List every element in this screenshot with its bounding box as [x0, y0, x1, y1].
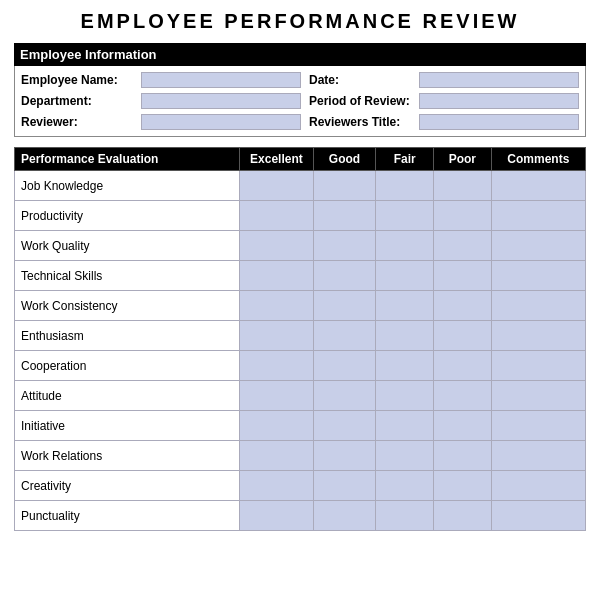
excellent-cell[interactable] — [240, 291, 313, 321]
table-row[interactable]: Job Knowledge — [15, 171, 586, 201]
category-cell: Work Quality — [15, 231, 240, 261]
fair-cell[interactable] — [376, 411, 434, 441]
col-header-fair: Fair — [376, 148, 434, 171]
poor-cell[interactable] — [434, 501, 492, 531]
good-cell[interactable] — [313, 441, 376, 471]
col-header-category: Performance Evaluation — [15, 148, 240, 171]
good-cell[interactable] — [313, 411, 376, 441]
good-cell[interactable] — [313, 201, 376, 231]
category-cell: Technical Skills — [15, 261, 240, 291]
fair-cell[interactable] — [376, 321, 434, 351]
excellent-cell[interactable] — [240, 471, 313, 501]
comments-cell[interactable] — [491, 201, 585, 231]
period-field[interactable] — [419, 93, 579, 109]
excellent-cell[interactable] — [240, 381, 313, 411]
comments-cell[interactable] — [491, 171, 585, 201]
good-cell[interactable] — [313, 291, 376, 321]
poor-cell[interactable] — [434, 411, 492, 441]
good-cell[interactable] — [313, 321, 376, 351]
good-cell[interactable] — [313, 261, 376, 291]
fair-cell[interactable] — [376, 471, 434, 501]
good-cell[interactable] — [313, 471, 376, 501]
comments-cell[interactable] — [491, 351, 585, 381]
table-row[interactable]: Creativity — [15, 471, 586, 501]
col-header-comments: Comments — [491, 148, 585, 171]
good-cell[interactable] — [313, 381, 376, 411]
poor-cell[interactable] — [434, 201, 492, 231]
col-header-poor: Poor — [434, 148, 492, 171]
table-row[interactable]: Initiative — [15, 411, 586, 441]
department-field[interactable] — [141, 93, 301, 109]
good-cell[interactable] — [313, 351, 376, 381]
good-cell[interactable] — [313, 501, 376, 531]
table-row[interactable]: Work Quality — [15, 231, 586, 261]
excellent-cell[interactable] — [240, 501, 313, 531]
fair-cell[interactable] — [376, 501, 434, 531]
fair-cell[interactable] — [376, 381, 434, 411]
employee-name-field[interactable] — [141, 72, 301, 88]
poor-cell[interactable] — [434, 231, 492, 261]
comments-cell[interactable] — [491, 381, 585, 411]
table-row[interactable]: Punctuality — [15, 501, 586, 531]
excellent-cell[interactable] — [240, 201, 313, 231]
excellent-cell[interactable] — [240, 351, 313, 381]
fair-cell[interactable] — [376, 231, 434, 261]
poor-cell[interactable] — [434, 171, 492, 201]
fair-cell[interactable] — [376, 351, 434, 381]
table-row[interactable]: Productivity — [15, 201, 586, 231]
comments-cell[interactable] — [491, 291, 585, 321]
date-field[interactable] — [419, 72, 579, 88]
info-row-dept: Department: Period of Review: — [21, 93, 579, 109]
comments-cell[interactable] — [491, 231, 585, 261]
poor-cell[interactable] — [434, 381, 492, 411]
comments-cell[interactable] — [491, 411, 585, 441]
fair-cell[interactable] — [376, 261, 434, 291]
comments-cell[interactable] — [491, 261, 585, 291]
good-cell[interactable] — [313, 171, 376, 201]
table-row[interactable]: Work Relations — [15, 441, 586, 471]
comments-cell[interactable] — [491, 471, 585, 501]
comments-cell[interactable] — [491, 441, 585, 471]
reviewer-field[interactable] — [141, 114, 301, 130]
poor-cell[interactable] — [434, 321, 492, 351]
fair-cell[interactable] — [376, 291, 434, 321]
col-header-excellent: Excellent — [240, 148, 313, 171]
category-cell: Creativity — [15, 471, 240, 501]
excellent-cell[interactable] — [240, 171, 313, 201]
excellent-cell[interactable] — [240, 441, 313, 471]
category-cell: Work Consistency — [15, 291, 240, 321]
poor-cell[interactable] — [434, 291, 492, 321]
poor-cell[interactable] — [434, 441, 492, 471]
table-row[interactable]: Enthusiasm — [15, 321, 586, 351]
table-row[interactable]: Work Consistency — [15, 291, 586, 321]
table-row[interactable]: Cooperation — [15, 351, 586, 381]
col-header-good: Good — [313, 148, 376, 171]
good-cell[interactable] — [313, 231, 376, 261]
department-label: Department: — [21, 94, 141, 108]
category-cell: Initiative — [15, 411, 240, 441]
comments-cell[interactable] — [491, 321, 585, 351]
fair-cell[interactable] — [376, 201, 434, 231]
excellent-cell[interactable] — [240, 411, 313, 441]
page-title: EMPLOYEE PERFORMANCE REVIEW — [14, 10, 586, 33]
fair-cell[interactable] — [376, 171, 434, 201]
excellent-cell[interactable] — [240, 261, 313, 291]
excellent-cell[interactable] — [240, 321, 313, 351]
poor-cell[interactable] — [434, 471, 492, 501]
period-label: Period of Review: — [309, 94, 419, 108]
comments-cell[interactable] — [491, 501, 585, 531]
table-row[interactable]: Technical Skills — [15, 261, 586, 291]
table-row[interactable]: Attitude — [15, 381, 586, 411]
reviewer-title-field[interactable] — [419, 114, 579, 130]
info-row-name: Employee Name: Date: — [21, 72, 579, 88]
info-row-reviewer: Reviewer: Reviewers Title: — [21, 114, 579, 130]
poor-cell[interactable] — [434, 261, 492, 291]
category-cell: Work Relations — [15, 441, 240, 471]
excellent-cell[interactable] — [240, 231, 313, 261]
category-cell: Punctuality — [15, 501, 240, 531]
performance-table: Performance Evaluation Excellent Good Fa… — [14, 147, 586, 531]
info-section-header: Employee Information — [14, 43, 586, 66]
category-cell: Enthusiasm — [15, 321, 240, 351]
poor-cell[interactable] — [434, 351, 492, 381]
fair-cell[interactable] — [376, 441, 434, 471]
